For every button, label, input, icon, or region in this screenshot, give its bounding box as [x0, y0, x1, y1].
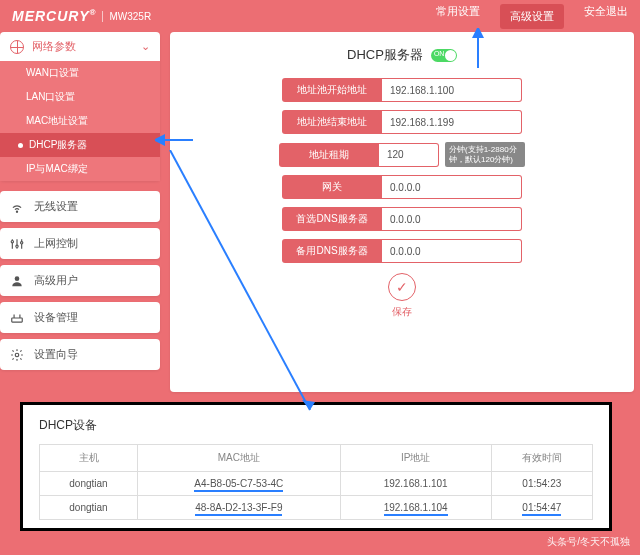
sidebar-network-header[interactable]: 网络参数 ⌄ — [0, 32, 160, 61]
wifi-icon — [10, 200, 24, 214]
lease-label: 地址租期 — [279, 143, 379, 167]
devices-table: 主机 MAC地址 IP地址 有效时间 dongtian A4-B8-05-C7-… — [39, 444, 593, 520]
chevron-down-icon: ⌄ — [141, 40, 150, 53]
table-row: dongtian 48-8A-D2-13-3F-F9 192.168.1.104… — [40, 496, 593, 520]
brand-logo: MERCURY® — [12, 8, 96, 24]
start-ip-label: 地址池开始地址 — [282, 78, 382, 102]
nav-logout[interactable]: 安全退出 — [584, 4, 628, 29]
page-title: DHCP服务器 — [347, 46, 423, 64]
svg-point-6 — [21, 241, 23, 243]
save-button[interactable]: ✓ — [388, 273, 416, 301]
sidebar-network-title: 网络参数 — [32, 39, 76, 54]
nav-advanced[interactable]: 高级设置 — [500, 4, 564, 29]
sidebar-network: 网络参数 ⌄ WAN口设置 LAN口设置 MAC地址设置 DHCP服务器 IP与… — [0, 32, 160, 181]
svg-point-11 — [15, 353, 19, 357]
globe-icon — [10, 40, 24, 54]
dhcp-toggle[interactable]: ON — [431, 49, 457, 62]
top-nav: 常用设置 高级设置 安全退出 — [436, 4, 628, 29]
sidebar-item-wan[interactable]: WAN口设置 — [0, 61, 160, 85]
model-label: MW325R — [102, 11, 151, 22]
sidebar-item-mac[interactable]: MAC地址设置 — [0, 109, 160, 133]
sliders-icon — [10, 237, 24, 251]
dhcp-devices-panel: DHCP设备 主机 MAC地址 IP地址 有效时间 dongtian A4-B8… — [20, 402, 612, 531]
dns1-label: 首选DNS服务器 — [282, 207, 382, 231]
table-row: dongtian A4-B8-05-C7-53-4C 192.168.1.101… — [40, 472, 593, 496]
col-host: 主机 — [40, 445, 138, 472]
gear-icon — [10, 348, 24, 362]
main-panel: DHCP服务器 ON 地址池开始地址 地址池结束地址 地址租期 分钟(支持1-2… — [170, 32, 634, 392]
gateway-label: 网关 — [282, 175, 382, 199]
svg-point-0 — [16, 211, 17, 212]
dns1-input[interactable] — [382, 207, 522, 231]
sidebar-wireless[interactable]: 无线设置 — [0, 191, 160, 222]
sidebar-control[interactable]: 上网控制 — [0, 228, 160, 259]
lease-input[interactable] — [379, 143, 439, 167]
watermark: 头条号/冬天不孤独 — [547, 535, 630, 549]
nav-common[interactable]: 常用设置 — [436, 4, 480, 29]
devices-title: DHCP设备 — [39, 417, 593, 434]
save-label: 保存 — [190, 305, 614, 319]
col-time: 有效时间 — [491, 445, 592, 472]
sidebar: 网络参数 ⌄ WAN口设置 LAN口设置 MAC地址设置 DHCP服务器 IP与… — [0, 32, 160, 392]
sidebar-item-ipmac[interactable]: IP与MAC绑定 — [0, 157, 160, 181]
svg-rect-8 — [12, 318, 23, 322]
svg-point-7 — [15, 276, 20, 281]
gateway-input[interactable] — [382, 175, 522, 199]
start-ip-input[interactable] — [382, 78, 522, 102]
dns2-label: 备用DNS服务器 — [282, 239, 382, 263]
end-ip-label: 地址池结束地址 — [282, 110, 382, 134]
sidebar-item-dhcp[interactable]: DHCP服务器 — [0, 133, 160, 157]
sidebar-adv-users[interactable]: 高级用户 — [0, 265, 160, 296]
active-dot-icon — [18, 143, 23, 148]
sidebar-device-mgmt[interactable]: 设备管理 — [0, 302, 160, 333]
col-ip: IP地址 — [340, 445, 491, 472]
user-icon — [10, 274, 24, 288]
sidebar-item-lan[interactable]: LAN口设置 — [0, 85, 160, 109]
dns2-input[interactable] — [382, 239, 522, 263]
sidebar-wizard[interactable]: 设置向导 — [0, 339, 160, 370]
svg-point-5 — [16, 245, 18, 247]
end-ip-input[interactable] — [382, 110, 522, 134]
router-icon — [10, 311, 24, 325]
svg-point-4 — [11, 240, 13, 242]
col-mac: MAC地址 — [138, 445, 341, 472]
lease-hint: 分钟(支持1-2880分钟，默认120分钟) — [445, 142, 525, 167]
